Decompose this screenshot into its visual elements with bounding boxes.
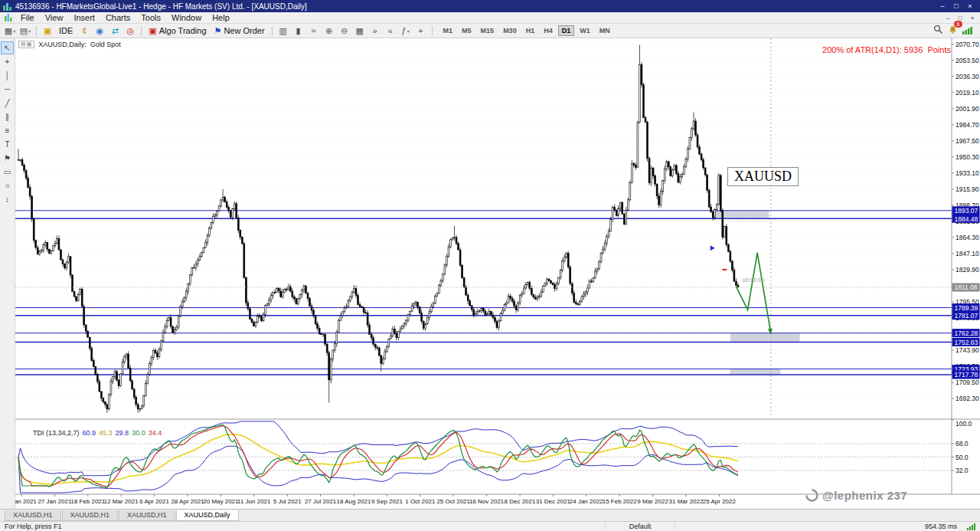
svg-text:1717.78: 1717.78: [955, 371, 978, 379]
crosshair-tool[interactable]: +: [414, 25, 428, 37]
menu-view[interactable]: View: [40, 12, 69, 23]
horizontal-line-tool-icon[interactable]: ─: [1, 83, 14, 96]
svg-text:1864.30: 1864.30: [956, 234, 979, 241]
projection-arrow[interactable]: [736, 253, 773, 335]
toolbar-separator: [272, 26, 273, 36]
notification-badge: 6: [954, 21, 962, 28]
timeframe-m5[interactable]: M5: [458, 25, 475, 36]
auto-scroll-icon: »: [373, 26, 377, 35]
crosshair-tool-icon: +: [418, 26, 423, 35]
ellipse-tool-tool-icon[interactable]: ○: [1, 179, 14, 192]
close-button[interactable]: ×: [963, 2, 977, 11]
chart-close-button[interactable]: ×: [966, 13, 978, 22]
menu-items: FileViewInsertChartsToolsWindowHelp: [15, 12, 235, 23]
tdi-name: TDI (13,34,2,7): [33, 429, 80, 437]
equidistant-channel-tool-icon[interactable]: ∥: [1, 110, 14, 123]
rectangle-tool-tool-icon[interactable]: ▭: [1, 166, 14, 179]
transfer-icon-icon: ⇄: [112, 26, 119, 36]
svg-text:15 Feb 2022: 15 Feb 2022: [603, 498, 637, 505]
ohlc-toolbar-icon[interactable]: ▤▦: [18, 41, 34, 48]
window-controls[interactable]: –□×: [936, 2, 977, 11]
zoom-in[interactable]: ⊕: [322, 25, 336, 37]
watermark-logo-icon: [805, 489, 818, 502]
timeframe-mn[interactable]: MN: [596, 25, 614, 36]
auto-scroll[interactable]: »: [368, 25, 382, 37]
transfer-icon[interactable]: ⇄: [108, 25, 122, 37]
tdi-signal-line-value: 34.4: [149, 429, 162, 437]
connection-status-icon: [962, 24, 973, 38]
toolbar-separator: [432, 26, 433, 36]
title-bar[interactable]: 45136936 - HFMarketsGlobal-Live1 - Hedge…: [0, 0, 980, 12]
atr-indicator-note: 200% of ATR(14,D1): 5936 Points: [822, 45, 951, 54]
svg-text:2053.50: 2053.50: [956, 57, 979, 64]
text-tool-tool-icon[interactable]: T: [1, 138, 14, 151]
svg-text:1692.30: 1692.30: [956, 395, 979, 402]
toolbar-right: 6: [933, 24, 978, 38]
sell-mark-icon[interactable]: [722, 269, 727, 270]
menu-tools[interactable]: Tools: [136, 12, 166, 23]
candle-chart-mode[interactable]: ▮: [292, 25, 305, 37]
menu-charts[interactable]: Charts: [100, 12, 136, 23]
menu-file[interactable]: File: [15, 12, 40, 23]
chart-shift[interactable]: «: [384, 25, 397, 37]
watermark: @lephenix 237: [805, 489, 907, 502]
crosshair-tool-icon[interactable]: +: [1, 55, 14, 68]
date-axis[interactable]: 5 Jan 202127 Jan 202118 Feb 202112 Mar 2…: [15, 494, 737, 505]
price-axis[interactable]: 2070.702053.502036.302019.102001.901984.…: [952, 41, 980, 402]
menu-help[interactable]: Help: [207, 12, 235, 23]
timeframe-h4[interactable]: H4: [540, 25, 557, 36]
market-icon[interactable]: ◉: [93, 25, 106, 37]
new-order-button-label: New Order: [224, 26, 264, 35]
algo-trading-button[interactable]: ▣Algo Trading: [145, 25, 209, 37]
status-profile[interactable]: Default: [605, 523, 675, 530]
new-chart[interactable]: ▦▾: [3, 25, 17, 37]
bar-chart-mode[interactable]: ▥: [276, 25, 290, 37]
tab-xauusd-h1[interactable]: XAUUSD,H1: [5, 510, 61, 521]
menu-window[interactable]: Window: [166, 12, 207, 23]
watermark-text: @lephenix 237: [822, 489, 907, 502]
timeframe-h1[interactable]: H1: [522, 25, 539, 36]
arrow-tool-tool-icon[interactable]: ↕: [1, 193, 14, 206]
svg-text:27 Jan 2021: 27 Jan 2021: [38, 498, 72, 505]
timeframe-d1[interactable]: D1: [558, 25, 575, 36]
svg-text:68.0: 68.0: [956, 440, 969, 447]
menu-insert[interactable]: Insert: [68, 12, 100, 23]
tab-xauusd-h1[interactable]: XAUUSD,H1: [62, 510, 119, 521]
timeframe-m15[interactable]: M15: [477, 25, 498, 36]
label-tool-tool-icon[interactable]: ⚑: [1, 152, 14, 165]
notifications-bell-icon[interactable]: 6: [948, 24, 958, 38]
minimize-button[interactable]: –: [936, 2, 949, 11]
chevron-down-icon: ▾: [13, 28, 15, 34]
timeframe-w1[interactable]: W1: [576, 25, 594, 36]
ide-button[interactable]: IDE: [56, 25, 76, 37]
new-order-button[interactable]: ⚑New Order: [211, 25, 268, 37]
tdi-lower-band-line: [18, 446, 738, 493]
chart-minimize-button[interactable]: –: [942, 13, 954, 22]
metaeditor[interactable]: ▣: [41, 25, 54, 37]
tab-xauusd-h1[interactable]: XAUUSD,H1: [119, 510, 175, 521]
target-icon[interactable]: ◎: [123, 25, 137, 37]
timeframe-m30[interactable]: M30: [499, 25, 521, 36]
line-chart-mode[interactable]: ≈: [307, 25, 321, 37]
status-ping: 954.35 ms: [925, 523, 957, 530]
zoom-out[interactable]: ⊖: [338, 25, 351, 37]
tile-windows[interactable]: ▦: [353, 25, 367, 37]
profiles[interactable]: ▤▾: [18, 25, 32, 37]
status-bar: For Help, press F1 Default 954.35 ms: [0, 521, 980, 531]
coin-icon[interactable]: ¢: [77, 25, 91, 37]
indicators[interactable]: ƒ▾: [399, 25, 413, 37]
buy-arrow-icon[interactable]: [710, 245, 715, 251]
search-icon[interactable]: [933, 24, 943, 38]
cursor-tool-icon[interactable]: ↖: [1, 41, 14, 54]
timeframe-m1[interactable]: M1: [439, 25, 457, 36]
vertical-line-tool-icon[interactable]: │: [1, 69, 14, 82]
connection-meter-icon: [967, 523, 975, 530]
fibonacci-retracement-tool-icon[interactable]: ≡: [1, 124, 14, 137]
symbol-text-object[interactable]: XAUUSD: [727, 167, 799, 186]
maximize-button[interactable]: □: [949, 2, 963, 11]
trendline-tool-icon[interactable]: ╱: [1, 97, 14, 110]
chart-window[interactable]: 00:00:002070.702053.502036.302019.102001…: [15, 38, 980, 509]
tab-xauusd-daily[interactable]: XAUUSD,Daily: [176, 510, 239, 521]
svg-text:1884.48: 1884.48: [955, 215, 978, 223]
svg-text:1847.10: 1847.10: [956, 250, 979, 257]
